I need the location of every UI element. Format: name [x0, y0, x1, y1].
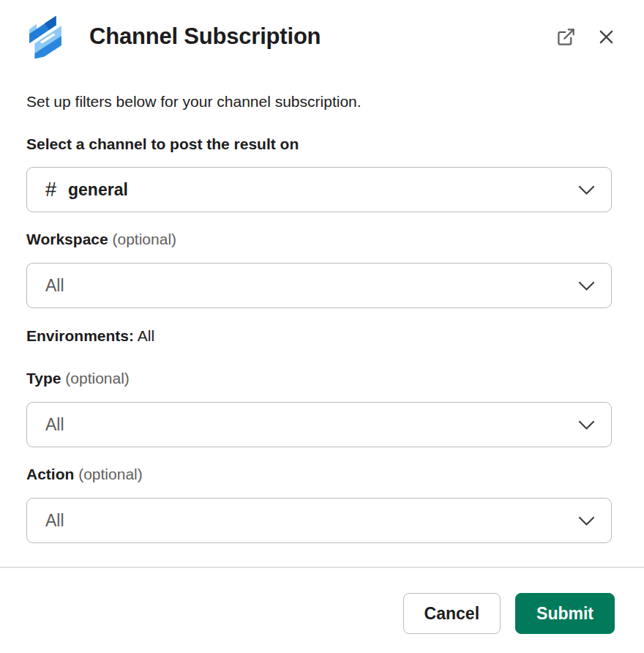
- header-actions: [556, 27, 615, 47]
- workspace-label-text: Workspace: [26, 231, 108, 247]
- modal-body: Set up filters below for your channel su…: [0, 60, 644, 545]
- external-link-icon[interactable]: [556, 27, 576, 47]
- modal-header: Channel Subscription: [0, 0, 644, 60]
- channel-subscription-modal: Channel Subscription Set up filters belo…: [0, 0, 644, 653]
- type-field-label: Type (optional): [26, 370, 618, 387]
- action-label-text: Action: [26, 466, 74, 482]
- action-select[interactable]: All: [26, 498, 612, 543]
- type-optional-text: (optional): [65, 370, 130, 387]
- cancel-button[interactable]: Cancel: [403, 593, 501, 634]
- action-field-label: Action (optional): [26, 466, 618, 482]
- workspace-select[interactable]: All: [26, 263, 612, 308]
- workspace-field-label: Workspace (optional): [26, 231, 618, 247]
- environments-value: All: [138, 327, 154, 344]
- intro-text: Set up filters below for your channel su…: [26, 92, 618, 111]
- workspace-optional-text: (optional): [113, 231, 177, 247]
- hash-icon: #: [45, 179, 56, 201]
- chevron-down-icon: [578, 415, 595, 435]
- channel-select-value: general: [68, 180, 128, 200]
- chevron-down-icon: [578, 276, 595, 296]
- type-select[interactable]: All: [26, 402, 612, 447]
- footer-actions: Cancel Submit: [0, 568, 644, 653]
- environments-row: Environments: All: [26, 328, 618, 344]
- modal-footer: Cancel Submit: [0, 567, 644, 653]
- environments-label: Environments:: [26, 327, 134, 344]
- type-label-text: Type: [26, 370, 61, 387]
- chevron-down-icon: [578, 180, 595, 200]
- channel-select[interactable]: # general: [26, 167, 612, 212]
- submit-button[interactable]: Submit: [515, 593, 615, 634]
- workspace-select-value: All: [45, 276, 64, 296]
- action-optional-text: (optional): [78, 466, 143, 482]
- app-logo-icon: [26, 13, 64, 60]
- chevron-down-icon: [578, 511, 595, 531]
- close-icon[interactable]: [598, 29, 615, 45]
- type-select-value: All: [45, 415, 64, 435]
- modal-title: Channel Subscription: [89, 23, 556, 50]
- action-select-value: All: [45, 511, 64, 531]
- channel-field-label: Select a channel to post the result on: [26, 136, 618, 152]
